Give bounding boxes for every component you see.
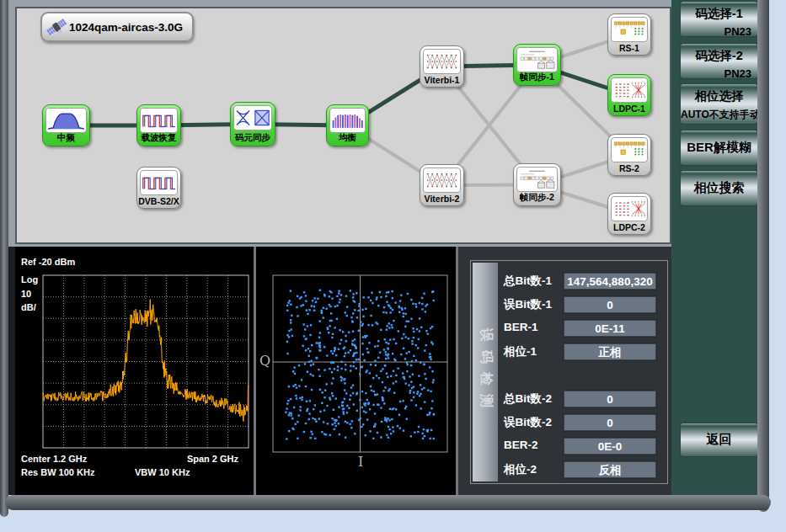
flow-node-rs2[interactable]: RS-2 — [607, 134, 651, 176]
ber-row-value: 0 — [564, 391, 656, 407]
sidebar: 码选择-1PN23码选择-2PN23相位选择AUTO不支持手动BER解模糊相位搜… — [671, 0, 757, 495]
spectrum-scale-value: 10 — [21, 289, 31, 299]
signal-config-label: 1024qam-aircas-3.0G — [69, 21, 183, 34]
sidebar-button-ber-disambiguation[interactable]: BER解模糊 — [681, 130, 757, 165]
flow-node-mayuan[interactable]: 码元同步 — [230, 102, 275, 146]
squarewave-icon — [140, 108, 178, 133]
spectrum-rbw-label: Res BW 100 KHz — [21, 467, 94, 477]
ber-row: 相位-2反相 — [471, 461, 667, 478]
ber-row: BER-20E-0 — [471, 438, 667, 455]
spectrum-span-label: Span 2 GHz — [142, 454, 238, 464]
flow-node-label: RS-1 — [608, 43, 650, 53]
ber-row-label: 总Bit数-2 — [504, 391, 552, 407]
flow-node-dvbs2x[interactable]: DVB-S2/X — [136, 167, 181, 209]
ber-row: 相位-1正相 — [471, 343, 667, 360]
app-window: 中频载波恢复码元同步DVB-S2/X均衡Viterbi-1Viterbi-2帧同… — [0, 0, 786, 532]
flow-node-label: 均衡 — [327, 132, 368, 144]
flow-node-label: Viterbi-1 — [420, 75, 463, 85]
sidebar-button-value: AUTO不支持手动 — [681, 104, 757, 122]
flow-node-label: 帧同步-2 — [514, 192, 560, 204]
frame-icon — [516, 167, 558, 192]
ber-row-label: BER-1 — [504, 321, 538, 333]
flow-node-label: 码元同步 — [231, 132, 275, 144]
sidebar-button-title: 码选择-2 — [681, 44, 757, 64]
flow-node-zhen1[interactable]: 帧同步-1 — [513, 44, 561, 86]
constellation-q-label: Q — [259, 353, 270, 369]
flow-node-label: 中频 — [43, 132, 89, 144]
ber-row-value: 147,564,880,320 — [564, 273, 656, 290]
constellation-panel: Q I — [256, 247, 456, 495]
sidebar-button-code-select-1[interactable]: 码选择-1PN23 — [681, 2, 757, 36]
spectrum-scale-unit: dB/ — [21, 302, 36, 312]
ldpc-icon — [611, 196, 648, 221]
sidebar-button-title: 码选择-1 — [681, 2, 757, 22]
constellation-i-label: I — [358, 454, 363, 470]
ber-row-value: 反相 — [564, 461, 656, 478]
flow-node-junheng[interactable]: 均衡 — [326, 104, 369, 146]
equalizer-icon — [329, 108, 366, 133]
ber-row-label: 误Bit数-1 — [504, 297, 552, 312]
window-frame-left — [0, 0, 8, 517]
spectrum-center-label: Center 1.2 GHz — [21, 454, 87, 464]
eye-icon — [233, 105, 272, 130]
ber-row-value: 0E-11 — [564, 320, 656, 337]
ber-row-value: 正相 — [564, 343, 656, 360]
analysis-section: Ref -20 dBm Log 10 dB/ Center 1.2 GHz Sp… — [8, 247, 673, 495]
signal-config-button[interactable]: 1024qam-aircas-3.0G — [40, 12, 194, 42]
rs-icon — [611, 17, 648, 42]
ber-panel: 误码检测 总Bit数-1147,564,880,320误Bit数-10BER-1… — [458, 247, 671, 495]
ber-row-label: 相位-2 — [504, 462, 537, 477]
ber-row: 误Bit数-20 — [471, 414, 667, 431]
trellis-icon — [423, 168, 461, 193]
constellation-plot — [256, 247, 456, 495]
rs-icon — [611, 137, 648, 162]
flow-node-viterbi1[interactable]: Viterbi-1 — [420, 45, 464, 88]
ber-row-label: 总Bit数-1 — [504, 274, 552, 289]
sidebar-button-phase-search[interactable]: 相位搜索 — [681, 171, 757, 205]
sidebar-button-back[interactable]: 返回 — [681, 423, 757, 456]
ber-readout-box: 误码检测 总Bit数-1147,564,880,320误Bit数-10BER-1… — [470, 260, 668, 484]
flow-node-label: DVB-S2/X — [137, 196, 180, 206]
flow-section: 中频载波恢复码元同步DVB-S2/X均衡Viterbi-1Viterbi-2帧同… — [8, 0, 673, 247]
sidebar-button-value: PN23 — [681, 22, 757, 38]
spectrum-vbw-label: VBW 10 KHz — [135, 467, 190, 477]
flow-node-zaibo[interactable]: 载波恢复 — [136, 104, 181, 146]
squarewave-icon — [140, 170, 178, 195]
window-frame-right — [757, 0, 769, 512]
ber-row: 总Bit数-20 — [471, 391, 667, 407]
sidebar-button-phase-select[interactable]: 相位选择AUTO不支持手动 — [681, 84, 757, 124]
sidebar-button-title: 相位选择 — [681, 84, 757, 104]
flow-node-label: Viterbi-2 — [420, 194, 463, 204]
flow-node-label: RS-2 — [608, 163, 650, 173]
ber-row-label: 相位-1 — [504, 344, 537, 359]
ber-row-label: BER-2 — [504, 439, 538, 451]
sidebar-button-code-select-2[interactable]: 码选择-2PN23 — [681, 44, 757, 78]
ber-row: 误Bit数-10 — [471, 296, 667, 313]
ber-row-label: 误Bit数-2 — [504, 415, 552, 430]
ber-row: BER-10E-11 — [471, 320, 667, 337]
spectrum-icon — [45, 108, 87, 133]
flow-node-zhen2[interactable]: 帧同步-2 — [513, 163, 561, 206]
flow-node-viterbi2[interactable]: Viterbi-2 — [420, 164, 464, 206]
flow-diagram-panel: 中频载波恢复码元同步DVB-S2/X均衡Viterbi-1Viterbi-2帧同… — [15, 7, 671, 244]
ldpc-icon — [611, 77, 648, 103]
flow-node-label: 帧同步-1 — [514, 72, 560, 83]
window-frame-bottom — [5, 495, 771, 510]
satellite-icon — [45, 16, 67, 38]
spectrum-ref-label: Ref -20 dBm — [21, 257, 75, 267]
ber-row-value: 0 — [564, 296, 656, 313]
ber-row: 总Bit数-1147,564,880,320 — [471, 273, 667, 290]
ber-row-value: 0E-0 — [564, 438, 656, 455]
frame-icon — [516, 47, 558, 72]
spectrum-analyzer-panel: Ref -20 dBm Log 10 dB/ Center 1.2 GHz Sp… — [15, 247, 254, 495]
sidebar-button-value: PN23 — [681, 64, 757, 80]
ber-row-value: 0 — [564, 414, 656, 431]
flow-node-ldpc1[interactable]: LDPC-1 — [607, 74, 651, 116]
flow-node-label: 载波恢复 — [137, 132, 180, 144]
flow-node-ldpc2[interactable]: LDPC-2 — [607, 193, 651, 235]
spectrum-log-label: Log — [21, 274, 38, 285]
flow-node-rs1[interactable]: RS-1 — [607, 13, 651, 56]
flow-node-label: LDPC-1 — [608, 104, 650, 114]
flow-node-label: LDPC-2 — [608, 222, 650, 232]
flow-node-zhongpin[interactable]: 中频 — [42, 104, 90, 146]
